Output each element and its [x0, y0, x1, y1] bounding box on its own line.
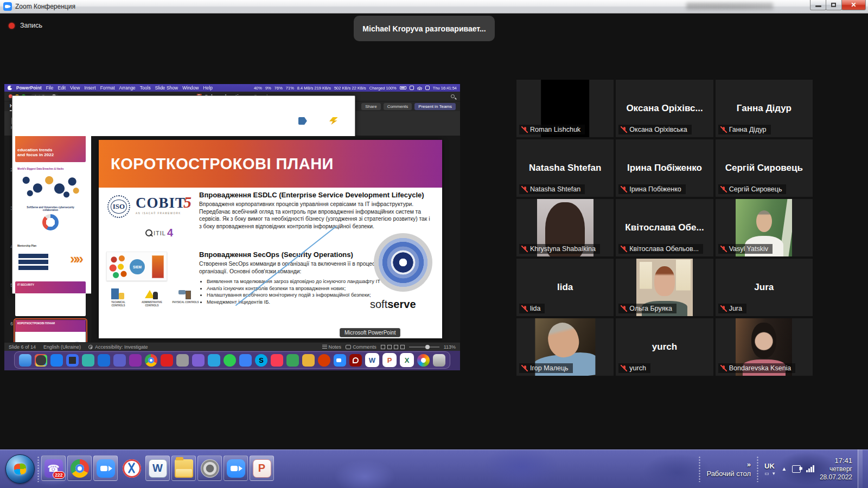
- dock-icon[interactable]: [145, 354, 157, 367]
- participant-tile[interactable]: Natasha Shtefan Natasha Shtefan: [516, 139, 614, 197]
- slide-thumbnail[interactable]: 2 World's Biggest Data Breaches & Hacks: [7, 166, 88, 201]
- desktop-toolbar[interactable]: » Рабочий стол: [706, 460, 751, 478]
- menubar-item[interactable]: Window: [182, 85, 199, 91]
- toolbar-chevron[interactable]: »: [747, 460, 751, 468]
- slide-thumbnail[interactable]: 5 IT SECURITY: [7, 281, 88, 316]
- menubar-item[interactable]: Tools: [140, 85, 151, 91]
- apple-menu-icon[interactable]: [8, 86, 12, 90]
- menubar-item[interactable]: Help: [203, 85, 212, 91]
- dock-icon[interactable]: [239, 354, 252, 367]
- dock-icon[interactable]: [176, 354, 189, 367]
- language-indicator[interactable]: UK ▭ ▾: [764, 462, 776, 476]
- participant-tile[interactable]: Квітослава Обе... Квітослава Обельов...: [616, 199, 713, 256]
- taskbar-viber-button[interactable]: ☎ 222: [41, 455, 66, 481]
- battery-icon: [400, 86, 406, 89]
- participant-tile[interactable]: Оксана Оріхівс... Оксана Оріхівська: [616, 80, 713, 137]
- show-desktop-button[interactable]: [858, 450, 863, 488]
- language-options-icons[interactable]: ▭ ▾: [764, 471, 776, 476]
- dock-icon[interactable]: [19, 354, 31, 367]
- language-status[interactable]: English (Ukraine): [43, 344, 81, 350]
- participant-tile[interactable]: Jura Jura: [716, 259, 813, 316]
- participant-tile[interactable]: Bondarevska Ksenia: [716, 318, 813, 376]
- taskbar-explorer-button[interactable]: [171, 455, 196, 481]
- power-plug-icon[interactable]: [792, 465, 801, 473]
- slide-thumbnail[interactable]: 4 Mentorship Plan: [7, 243, 88, 278]
- notes-button[interactable]: Notes: [329, 344, 342, 350]
- dock-icon[interactable]: [35, 354, 47, 367]
- dock-icon[interactable]: [129, 354, 142, 367]
- maximize-button[interactable]: [826, 0, 842, 10]
- participant-tile[interactable]: Ігор Малець: [516, 318, 614, 376]
- taskbar-app-button[interactable]: [197, 455, 222, 481]
- dock-icon[interactable]: [271, 354, 283, 367]
- zoom-level[interactable]: 113%: [444, 344, 456, 350]
- menubar-item[interactable]: PowerPoint: [16, 85, 42, 91]
- dock-icon[interactable]: [349, 354, 362, 367]
- dock-icon[interactable]: [98, 354, 110, 367]
- participant-tile[interactable]: Ганна Дідур Ганна Дідур: [716, 80, 813, 137]
- dock-icon[interactable]: S: [255, 354, 267, 367]
- participant-tile[interactable]: Ірина Побіженко Ірина Побіженко: [616, 139, 713, 197]
- dock-icon[interactable]: [433, 354, 445, 367]
- new-slide-button[interactable]: New Slide: [32, 121, 49, 125]
- dock-icon[interactable]: X: [400, 353, 414, 367]
- dock-icon[interactable]: [318, 354, 330, 367]
- slide-thumbnail[interactable]: 6 КОРОТКОСТРОКОВІ ПЛАНИ: [7, 320, 88, 342]
- present-in-teams-button[interactable]: Present in Teams: [414, 103, 456, 110]
- share-button[interactable]: Share: [361, 103, 380, 110]
- menubar-item[interactable]: Format: [100, 85, 115, 91]
- dock-icon[interactable]: W: [365, 353, 379, 367]
- zoom-slider[interactable]: [409, 346, 439, 348]
- menubar-item[interactable]: Insert: [84, 85, 95, 91]
- slide-thumbnail[interactable]: 3 SoftServe and Universities cybersecuri…: [7, 204, 88, 239]
- dock-icon[interactable]: [161, 354, 173, 367]
- menubar-clock[interactable]: Thu 16:41:54: [433, 86, 457, 91]
- dock-icon[interactable]: [208, 354, 220, 367]
- participant-tile[interactable]: lida lida: [516, 259, 614, 316]
- participant-tile[interactable]: Сергій Сировець Сергій Сировець: [716, 139, 813, 197]
- dock-icon[interactable]: [82, 354, 94, 367]
- wifi-icon[interactable]: [417, 86, 422, 90]
- menubar-item[interactable]: Arrange: [119, 85, 136, 91]
- accessibility-status[interactable]: Accessibility: Investigate: [95, 344, 148, 350]
- search-icon[interactable]: [451, 94, 455, 98]
- participant-tile[interactable]: yurch yurch: [616, 318, 713, 376]
- menubar-item[interactable]: Slide Show: [155, 85, 178, 91]
- show-hidden-icons-button[interactable]: ▲: [782, 466, 787, 472]
- taskbar-powerpoint-button[interactable]: P: [250, 455, 274, 481]
- dock-icon[interactable]: [192, 354, 205, 367]
- taskbar-clock[interactable]: 17:41 четверг 28.07.2022: [820, 457, 852, 481]
- participant-tile[interactable]: Ольга Бруяка: [616, 259, 713, 316]
- dock-icon[interactable]: P: [382, 353, 397, 367]
- close-button[interactable]: ✕: [841, 0, 866, 10]
- dock-icon[interactable]: [302, 354, 315, 367]
- slide-thumbnail[interactable]: education trends and focus in 2022: [7, 137, 88, 162]
- taskbar-word-button[interactable]: W: [145, 455, 170, 481]
- comments-button[interactable]: Comments: [384, 103, 412, 110]
- view-switcher[interactable]: [381, 345, 405, 349]
- taskbar-zoom-button[interactable]: [93, 455, 118, 481]
- participant-tile[interactable]: Roman Lishchuk: [516, 80, 614, 137]
- dock-icon[interactable]: [50, 354, 63, 367]
- participant-tile[interactable]: Khrystyna Shabalkina: [516, 199, 614, 256]
- participant-tile[interactable]: Vasyl Yatskiv: [716, 199, 813, 256]
- taskbar-chrome-button[interactable]: [67, 455, 92, 481]
- dock-icon[interactable]: [224, 354, 236, 367]
- start-button[interactable]: [5, 454, 35, 484]
- menubar-item[interactable]: View: [70, 85, 80, 91]
- dock-icon[interactable]: [334, 354, 346, 367]
- network-signal-icon[interactable]: [806, 465, 814, 472]
- desktop-toolbar-label[interactable]: Рабочий стол: [706, 470, 751, 478]
- minimize-button[interactable]: [810, 0, 826, 10]
- status-comments-button[interactable]: Comments: [353, 344, 376, 350]
- control-center-icon[interactable]: [410, 86, 414, 90]
- menubar-item[interactable]: Edit: [58, 85, 66, 91]
- dock-icon[interactable]: [286, 354, 299, 367]
- dock-icon[interactable]: [417, 354, 430, 367]
- input-source-icon[interactable]: [425, 86, 430, 90]
- dock-icon[interactable]: [113, 354, 126, 367]
- menubar-item[interactable]: File: [46, 85, 54, 91]
- dock-icon[interactable]: [66, 354, 79, 367]
- taskbar-snipping-button[interactable]: [119, 455, 144, 481]
- taskbar-zoom2-button[interactable]: [224, 455, 248, 481]
